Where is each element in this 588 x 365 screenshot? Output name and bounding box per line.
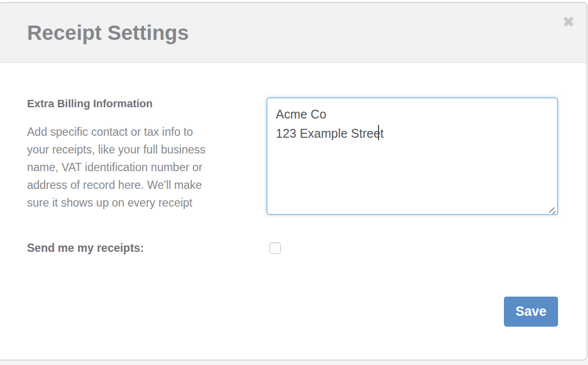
billing-info-text-col: Extra Billing Information Add specific c… [27, 97, 239, 217]
modal-title: Receipt Settings [27, 21, 189, 45]
resize-grip-icon[interactable] [547, 206, 556, 214]
send-receipts-row: Send me my receipts: [27, 242, 558, 255]
send-receipts-checkbox[interactable] [269, 243, 281, 254]
send-receipts-checkbox-wrap [269, 243, 281, 254]
billing-info-description: Add specific contact or tax info to your… [27, 123, 239, 212]
send-receipts-label-col: Send me my receipts: [27, 242, 239, 255]
receipt-settings-modal: Receipt Settings ✖ Extra Billing Informa… [0, 2, 588, 361]
billing-info-row: Extra Billing Information Add specific c… [27, 97, 558, 217]
resize-grip-line [552, 211, 556, 214]
modal-body: Extra Billing Information Add specific c… [0, 63, 587, 327]
footer-actions-row: Save [27, 297, 558, 327]
close-icon[interactable]: ✖ [562, 15, 575, 30]
billing-info-label: Extra Billing Information [27, 97, 239, 110]
billing-textarea-wrap [266, 97, 558, 217]
modal-header: Receipt Settings ✖ [0, 3, 587, 63]
extra-billing-textarea[interactable] [266, 97, 558, 215]
save-button[interactable]: Save [504, 297, 558, 327]
page-background-strip [0, 360, 588, 365]
send-receipts-label: Send me my receipts: [27, 242, 239, 255]
